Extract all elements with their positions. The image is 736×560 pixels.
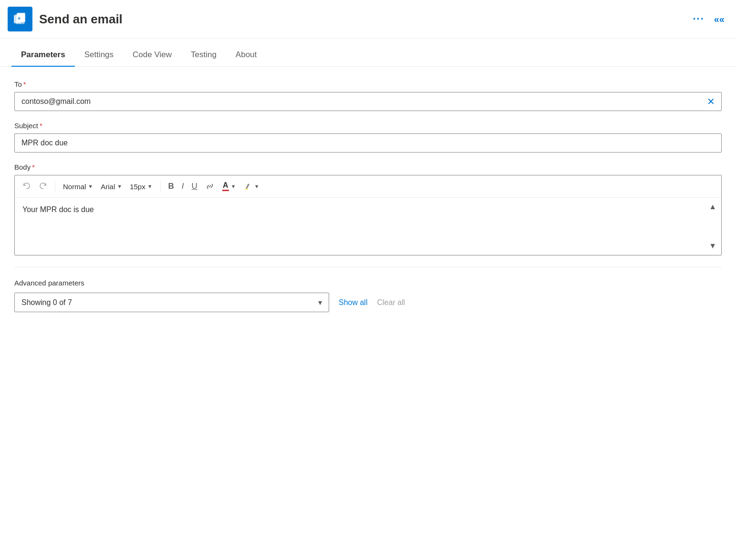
font-dropdown[interactable]: Arial ▼ xyxy=(98,181,125,193)
main-content: To * ✕ Subject * Body * xyxy=(0,67,736,326)
tab-code-view[interactable]: Code View xyxy=(123,43,181,66)
body-field-group: Body * xyxy=(14,163,722,255)
more-options-button[interactable]: ··· xyxy=(693,13,704,25)
to-required-star: * xyxy=(23,80,26,88)
section-divider xyxy=(14,267,722,267)
subject-input-wrapper xyxy=(14,133,722,153)
highlight-icon xyxy=(244,182,252,191)
bold-button[interactable]: B xyxy=(166,179,177,193)
to-input[interactable] xyxy=(14,92,722,111)
header-actions: ··· «« xyxy=(693,13,725,25)
font-color-icon: A xyxy=(222,182,229,191)
body-required-star: * xyxy=(32,163,35,171)
tab-testing[interactable]: Testing xyxy=(181,43,226,66)
toolbar-sep-1 xyxy=(55,181,55,192)
tab-about[interactable]: About xyxy=(226,43,266,66)
tab-bar: Parameters Settings Code View Testing Ab… xyxy=(0,43,736,67)
font-color-dropdown[interactable]: A ▼ xyxy=(219,180,239,193)
font-dropdown-caret: ▼ xyxy=(117,183,122,189)
toolbar-sep-2 xyxy=(160,181,161,192)
svg-rect-5 xyxy=(245,189,248,190)
subject-field-group: Subject * xyxy=(14,122,722,153)
editor-toolbar: Normal ▼ Arial ▼ 15px ▼ B I xyxy=(15,175,721,198)
tab-parameters[interactable]: Parameters xyxy=(11,43,75,66)
to-input-wrapper: ✕ xyxy=(14,92,722,111)
clear-all-link[interactable]: Clear all xyxy=(377,298,405,307)
body-content: Your MPR doc is due xyxy=(22,205,94,214)
body-editor: Normal ▼ Arial ▼ 15px ▼ B I xyxy=(14,175,722,255)
page-title: Send an email xyxy=(39,12,123,27)
size-dropdown[interactable]: 15px ▼ xyxy=(127,181,155,193)
style-dropdown-caret: ▼ xyxy=(88,183,93,189)
style-dropdown[interactable]: Normal ▼ xyxy=(60,181,96,193)
underline-button[interactable]: U xyxy=(189,179,200,193)
advanced-select-wrapper: Showing 0 of 7 ▼ xyxy=(14,293,329,312)
advanced-row: Showing 0 of 7 ▼ Show all Clear all xyxy=(14,293,722,312)
size-dropdown-caret: ▼ xyxy=(147,183,153,189)
font-color-caret: ▼ xyxy=(231,183,236,189)
subject-label: Subject * xyxy=(14,122,722,130)
to-field-group: To * ✕ xyxy=(14,80,722,111)
to-clear-button[interactable]: ✕ xyxy=(707,96,715,107)
to-label: To * xyxy=(14,80,722,88)
advanced-label: Advanced parameters xyxy=(14,279,722,287)
advanced-section: Advanced parameters Showing 0 of 7 ▼ Sho… xyxy=(14,279,722,312)
header-left: o Send an email xyxy=(8,7,123,31)
scroll-down-button[interactable]: ▼ xyxy=(709,242,716,250)
subject-required-star: * xyxy=(40,122,42,130)
editor-body[interactable]: Your MPR doc is due ▲ ▼ xyxy=(15,198,721,255)
undo-button[interactable] xyxy=(20,180,34,193)
link-button[interactable] xyxy=(202,179,218,193)
highlight-caret: ▼ xyxy=(254,183,259,189)
redo-button[interactable] xyxy=(36,180,50,193)
app-header: o Send an email ··· «« xyxy=(0,0,736,39)
highlight-dropdown[interactable]: ▼ xyxy=(241,180,262,193)
app-icon: o xyxy=(8,7,32,31)
italic-button[interactable]: I xyxy=(179,179,187,193)
action-links: Show all Clear all xyxy=(339,298,405,307)
tab-settings[interactable]: Settings xyxy=(75,43,123,66)
scroll-up-button[interactable]: ▲ xyxy=(709,203,716,211)
show-all-link[interactable]: Show all xyxy=(339,298,367,307)
svg-text:o: o xyxy=(18,15,21,20)
advanced-select[interactable]: Showing 0 of 7 xyxy=(14,293,329,312)
collapse-button[interactable]: «« xyxy=(714,14,725,25)
body-label: Body * xyxy=(14,163,722,171)
subject-input[interactable] xyxy=(14,133,722,153)
